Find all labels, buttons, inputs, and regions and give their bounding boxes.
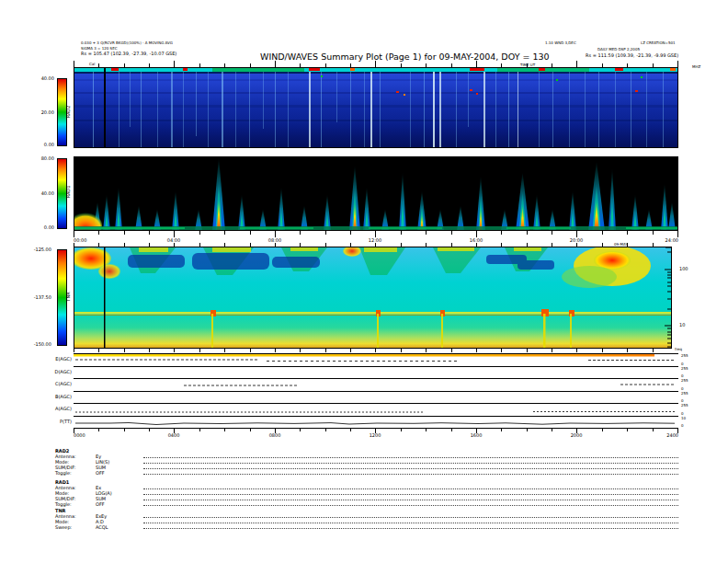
rad1-cb-tick-mid: 40.00 xyxy=(30,190,54,196)
strip-c-max: 255 xyxy=(681,378,688,383)
strip-d-agc xyxy=(74,366,678,378)
strip-a-max: 255 xyxy=(681,403,688,408)
info-right-daily: DAILY MED DSP 2,2005 xyxy=(597,47,640,52)
bottom-axis-tick-4: 1600 xyxy=(471,432,483,438)
rad1-cb-tick-bottom: 0.00 xyxy=(30,224,54,230)
info-right-position: Rs = 111.59 (109.39, -21.39, -9.99 GSE) xyxy=(586,52,678,58)
rad2-top-axis-major-ticks xyxy=(74,61,678,67)
strip-b-agc xyxy=(74,391,678,403)
strip-a-agc xyxy=(74,403,678,416)
rad2-spectrogram-panel xyxy=(74,67,678,148)
strip-b-max: 255 xyxy=(681,391,688,396)
tnr-cb-tick-top: -125.00 xyxy=(28,247,51,252)
tnr-bottom-axis-ticks xyxy=(74,349,672,352)
strip-p-tt xyxy=(74,416,678,428)
rad1-cb-tick-top: 80.00 xyxy=(30,155,54,161)
strip-label-p-tt: P(TT) xyxy=(60,419,72,424)
cal-line-tnr xyxy=(104,247,106,348)
tnr-right-tick-100: 100 xyxy=(679,266,688,271)
cal-line-rad2 xyxy=(104,68,106,147)
legend-key: Sweep: xyxy=(55,524,96,530)
tnr-spectrogram xyxy=(74,247,671,348)
bottom-axis-tick-6: 2400 xyxy=(666,432,678,438)
legend-value: ACQL xyxy=(96,524,143,530)
tnr-right-tick-10: 10 xyxy=(679,322,685,327)
tnr-cb-tick-bottom: -150.00 xyxy=(28,341,51,347)
housekeeping-strips xyxy=(74,353,678,429)
rad2-cb-tick-mid: 20.00 xyxy=(30,109,54,115)
strip-d-max: 255 xyxy=(681,366,688,371)
bottom-axis-tick-3: 1200 xyxy=(370,432,381,438)
strip-e-agc xyxy=(74,353,678,366)
info-right-lz: LZ CREATION=501 xyxy=(641,40,676,45)
rad1-spectrogram-panel xyxy=(74,156,678,231)
rad2-cb-tick-top: 40.00 xyxy=(30,75,54,81)
legend-row: Sweep: ACQL xyxy=(55,524,678,530)
strip-e-max: 255 xyxy=(681,353,688,358)
bottom-axis-tick-1: 0400 xyxy=(168,432,180,438)
legend-value: OFF xyxy=(96,470,143,476)
bottom-axis-tick-0: 0000 xyxy=(74,432,85,438)
legend-key: Toggle: xyxy=(55,501,96,507)
legend-row: Toggle: OFF xyxy=(55,501,678,507)
rad2-cb-tick-bottom: 0.00 xyxy=(30,142,54,147)
info-right-version: 1.10 WND 3,DEC xyxy=(545,40,576,45)
strip-label-b-agc: B(AGC) xyxy=(55,394,72,399)
rad2-spectrogram xyxy=(74,68,677,147)
bottom-axis-tick-5: 2000 xyxy=(571,432,583,438)
tnr-right-axis-unit: freq xyxy=(675,347,682,351)
waves-summary-plot: 0.030 + 3 Q(RCVR BKGD)(100%) - A MOVING … xyxy=(0,0,728,563)
rad1-panel-label: RAD1 xyxy=(66,186,71,199)
strip-label-e-agc: E(AGC) xyxy=(55,356,72,362)
strip-label-d-agc: D(AGC) xyxy=(55,369,72,374)
bottom-axis-tick-2: 0800 xyxy=(269,432,281,438)
rad2-panel-label: RAD2 xyxy=(66,106,71,119)
mid-axis-major-ticks xyxy=(74,231,678,237)
strip-p-min: 0 xyxy=(681,423,684,428)
strip-label-a-agc: A(AGC) xyxy=(55,406,72,411)
tnr-panel-label: TNR xyxy=(66,292,71,301)
tnr-cb-tick-mid: -137.50 xyxy=(28,294,51,300)
strip-c-agc xyxy=(74,378,678,391)
mhz-unit-label: MHZ xyxy=(692,64,700,69)
info-left-line1: 0.030 + 3 Q(RCVR BKGD)(100%) - A MOVING … xyxy=(81,40,173,45)
strip-label-c-agc: C(AGC) xyxy=(55,381,72,386)
tnr-spectrogram-panel xyxy=(74,247,672,349)
info-left-position: Rs = 105.47 (102.39, -27.39, -10.07 GSE) xyxy=(81,51,176,56)
strip-p-max: 10 xyxy=(681,416,686,420)
rad1-spectrogram xyxy=(74,157,677,230)
legend-key: Toggle: xyxy=(55,470,96,476)
legend-row: Toggle: OFF xyxy=(55,470,678,476)
legend-value: OFF xyxy=(96,501,143,507)
